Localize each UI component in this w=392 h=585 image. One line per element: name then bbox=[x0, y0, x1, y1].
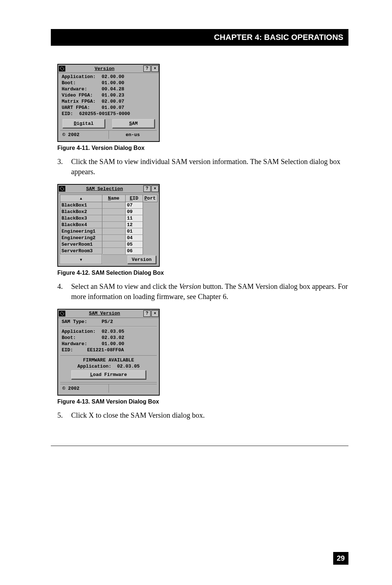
table-row[interactable]: BlackBox209 bbox=[60, 209, 158, 215]
ver-eid-row: EID:620255-001E75-0000 bbox=[60, 111, 157, 117]
sam-ver-row: Boot:02.03.02 bbox=[60, 335, 157, 341]
ver-row: Video FPGA:01.00.23 bbox=[60, 92, 157, 98]
load-firmware-button[interactable]: Load Firmware bbox=[71, 370, 146, 379]
ver-row: Application:02.00.00 bbox=[60, 74, 157, 80]
help-button[interactable]: ? bbox=[143, 65, 151, 72]
system-menu-icon[interactable] bbox=[59, 66, 65, 71]
close-button[interactable]: × bbox=[151, 65, 159, 72]
firmware-panel: FIRMWARE AVAILABLE Application: 02.03.05… bbox=[60, 355, 157, 382]
close-button[interactable]: × bbox=[151, 310, 159, 317]
table-row[interactable]: BlackBox107 bbox=[60, 202, 158, 209]
table-row[interactable]: ServerRoom105 bbox=[60, 241, 158, 248]
close-button[interactable]: × bbox=[151, 185, 159, 192]
copyright-label: © 2002 bbox=[60, 131, 109, 139]
col-port[interactable]: Port bbox=[143, 195, 157, 202]
firmware-available-label: FIRMWARE AVAILABLE bbox=[60, 357, 157, 363]
figure-4-12-caption: Figure 4-12. SAM Selection Dialog Box bbox=[57, 270, 348, 276]
col-eid[interactable]: EID bbox=[125, 195, 143, 202]
version-dialog-title: Version bbox=[66, 66, 143, 71]
sam-version-dialog: SAM Version ? × SAM Type:PS/2 Applicatio… bbox=[57, 309, 160, 396]
digital-button[interactable]: Digital bbox=[62, 119, 105, 128]
firmware-app-row: Application: 02.03.05 bbox=[60, 363, 157, 369]
sam-version-title: SAM Version bbox=[66, 311, 143, 316]
step-3: 3. Click the SAM to view individual SAM … bbox=[57, 156, 348, 177]
locale-label: en-us bbox=[109, 131, 157, 139]
sam-type-row: SAM Type:PS/2 bbox=[60, 319, 157, 325]
sam-selection-dialog: SAM Selection ? × ▲ Name EID Port BlackB… bbox=[57, 184, 160, 267]
table-header: ▲ Name EID Port bbox=[60, 195, 158, 202]
figure-4-13-caption: Figure 4-13. SAM Version Dialog Box bbox=[57, 398, 348, 405]
empty-footer-cell bbox=[109, 384, 157, 393]
table-row[interactable]: Engineering204 bbox=[60, 235, 158, 241]
ver-row: Hardware:00.04.28 bbox=[60, 86, 157, 92]
ver-row: UART FPGA:01.00.07 bbox=[60, 105, 157, 111]
sam-ver-row: Hardware:01.00.00 bbox=[60, 341, 157, 347]
figure-4-11-caption: Figure 4-11. Version Dialog Box bbox=[57, 145, 348, 151]
sam-version-titlebar: SAM Version ? × bbox=[58, 310, 159, 318]
sam-selection-titlebar: SAM Selection ? × bbox=[58, 185, 159, 193]
version-dialog-titlebar: Version ? × bbox=[58, 65, 159, 73]
scroll-down-button[interactable]: ▼ bbox=[60, 254, 102, 264]
version-dialog: Version ? × Application:02.00.00 Boot:01… bbox=[57, 64, 160, 142]
ver-row: Matrix FPGA:02.00.07 bbox=[60, 98, 157, 105]
page-number: 29 bbox=[333, 552, 348, 565]
help-button[interactable]: ? bbox=[143, 185, 151, 192]
scroll-up-button[interactable]: ▲ bbox=[60, 195, 102, 202]
copyright-label: © 2002 bbox=[60, 384, 109, 393]
step-5: 5. Click X to close the SAM Version dial… bbox=[57, 410, 348, 420]
chapter-header: CHAPTER 4: BASIC OPERATIONS bbox=[51, 29, 348, 46]
page-rule bbox=[51, 446, 348, 446]
sam-eid-row: EID:EE1221-08FF0A bbox=[60, 347, 157, 353]
step-4: 4. Select an SAM to view and click the V… bbox=[57, 281, 348, 302]
table-row[interactable]: Engineering101 bbox=[60, 228, 158, 235]
table-row[interactable]: ServerRoom306 bbox=[60, 248, 158, 255]
version-button[interactable]: Version bbox=[127, 255, 156, 264]
system-menu-icon[interactable] bbox=[59, 186, 65, 192]
ver-row: Boot:01.00.00 bbox=[60, 80, 157, 86]
sam-button[interactable]: SAM bbox=[112, 119, 155, 128]
system-menu-icon[interactable] bbox=[59, 311, 65, 316]
col-name[interactable]: Name bbox=[102, 195, 125, 202]
help-button[interactable]: ? bbox=[143, 310, 151, 317]
sam-selection-title: SAM Selection bbox=[66, 186, 143, 192]
table-row[interactable]: BlackBox311 bbox=[60, 215, 158, 222]
sam-ver-row: Application:02.03.05 bbox=[60, 328, 157, 335]
table-row[interactable]: BlackBox412 bbox=[60, 222, 158, 228]
sam-selection-table: ▲ Name EID Port BlackBox107 BlackBox209 … bbox=[60, 195, 158, 265]
